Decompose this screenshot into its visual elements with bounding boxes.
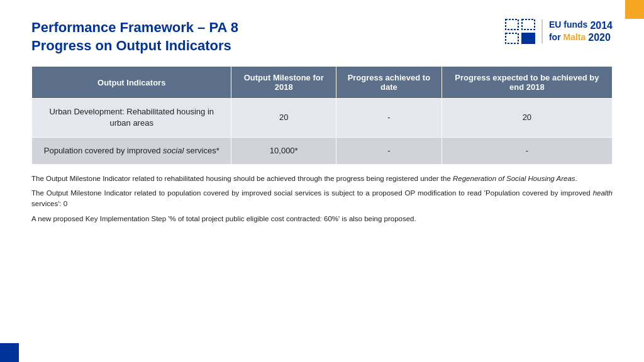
row2-indicator: Population covered by improved social se… — [32, 137, 231, 164]
footnote1-italic: Regeneration of Social Housing Areas — [453, 175, 575, 182]
eu-funds-text: EU funds — [549, 19, 587, 31]
svg-rect-2 — [506, 33, 518, 43]
footnote-3: A new proposed Key Implementation Step '… — [31, 214, 613, 224]
col-header-achieved: Progress achieved to date — [336, 67, 442, 99]
eu-years-line1: 2014 — [590, 19, 613, 31]
footnotes: The Output Milestone Indicator related t… — [31, 173, 613, 224]
col-header-expected: Progress expected to be achieved by end … — [441, 67, 612, 99]
svg-rect-1 — [522, 19, 535, 30]
eu-for-malta-text: for Malta — [549, 32, 586, 43]
table-row: Population covered by improved social se… — [32, 137, 613, 164]
corner-accent-bottom-left — [0, 343, 19, 362]
output-indicators-table: Output Indicators Output Milestone for 2… — [31, 66, 613, 165]
footnote-1: The Output Milestone Indicator related t… — [31, 173, 613, 184]
footnote-2: The Output Milestone Indicator related t… — [31, 188, 613, 210]
corner-accent-top-right — [625, 0, 644, 19]
eu-years-line2: 2020 — [588, 31, 611, 43]
row1-indicator: Urban Development: Rehabilitated housing… — [32, 99, 231, 137]
eu-logo: EU funds 2014 for Malta 2020 — [505, 19, 613, 44]
col-header-indicators: Output Indicators — [32, 67, 231, 99]
header: Performance Framework – PA 8 Progress on… — [31, 19, 613, 55]
eu-text-block: EU funds 2014 for Malta 2020 — [541, 19, 613, 43]
row1-achieved: - — [336, 99, 442, 137]
table-row: Urban Development: Rehabilitated housing… — [32, 99, 613, 137]
footnote2-italic: health — [593, 189, 613, 197]
row2-achieved: - — [336, 137, 442, 164]
col-header-milestone: Output Milestone for 2018 — [231, 67, 336, 99]
eu-flag-icon — [505, 19, 535, 44]
row2-expected: - — [441, 137, 612, 164]
svg-rect-3 — [522, 33, 535, 43]
page-container: Performance Framework – PA 8 Progress on… — [0, 0, 644, 362]
table-header-row: Output Indicators Output Milestone for 2… — [32, 67, 613, 99]
page-title: Performance Framework – PA 8 Progress on… — [31, 19, 238, 55]
row1-milestone: 20 — [231, 99, 336, 137]
row1-expected: 20 — [441, 99, 612, 137]
row2-milestone: 10,000* — [231, 137, 336, 164]
svg-rect-0 — [506, 19, 518, 30]
